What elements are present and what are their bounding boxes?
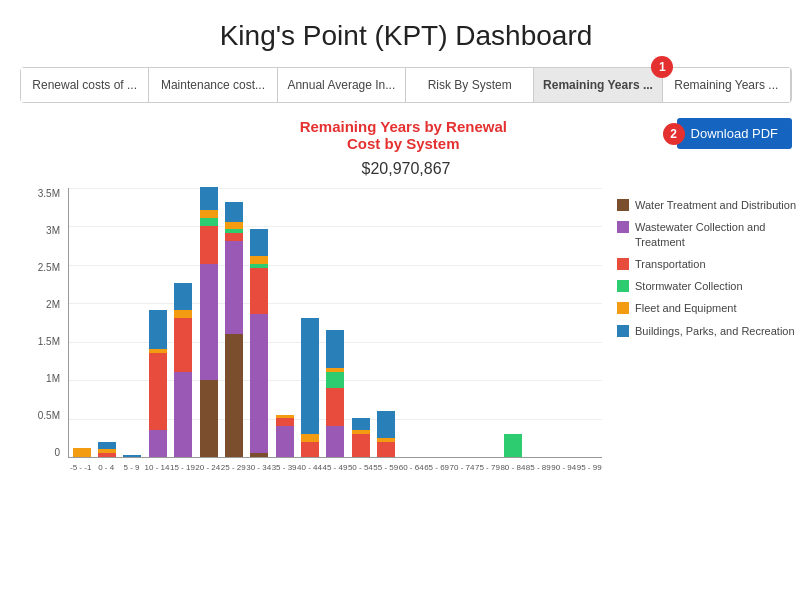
legend-color-box bbox=[617, 199, 629, 211]
bar-stack bbox=[250, 229, 268, 457]
chart-area: 3.5M3M2.5M2M1.5M1M0.5M0 -5 - -10 - 45 - … bbox=[0, 188, 812, 488]
y-label: 1.5M bbox=[38, 336, 60, 347]
bar-segment-bp bbox=[123, 455, 141, 457]
bar-group bbox=[577, 188, 602, 457]
legend-label: Transportation bbox=[635, 257, 706, 271]
bar-stack bbox=[149, 310, 167, 457]
bar-group bbox=[247, 188, 272, 457]
bar-group bbox=[69, 188, 94, 457]
legend-label: Fleet and Equipment bbox=[635, 301, 737, 315]
y-label: 3.5M bbox=[38, 188, 60, 199]
x-labels: -5 - -10 - 45 - 910 - 1415 - 1920 - 2425… bbox=[68, 460, 602, 488]
bar-segment-wt bbox=[225, 334, 243, 457]
chart-header: Remaining Years by Renewal Cost by Syste… bbox=[0, 113, 812, 152]
bar-stack bbox=[225, 202, 243, 457]
bar-segment-bp bbox=[352, 418, 370, 430]
download-pdf-button[interactable]: Download PDF bbox=[677, 118, 792, 149]
tab-annual[interactable]: Annual Average In... bbox=[278, 68, 406, 102]
tab-remaining2[interactable]: Remaining Years ... bbox=[663, 68, 791, 102]
bar-group bbox=[297, 188, 322, 457]
x-label: 20 - 24 bbox=[195, 460, 220, 488]
bar-group bbox=[348, 188, 373, 457]
bar-segment-bp bbox=[149, 310, 167, 349]
legend-color-box bbox=[617, 302, 629, 314]
y-label: 0 bbox=[54, 447, 60, 458]
bar-segment-bp bbox=[174, 283, 192, 310]
tab-risk[interactable]: Risk By System bbox=[406, 68, 534, 102]
chart-main: 3.5M3M2.5M2M1.5M1M0.5M0 -5 - -10 - 45 - … bbox=[20, 188, 602, 488]
bar-segment-fl bbox=[73, 448, 91, 457]
bar-segment-bp bbox=[326, 330, 344, 369]
x-label: 0 - 4 bbox=[93, 460, 118, 488]
bar-group bbox=[551, 188, 576, 457]
x-label: 55 - 59 bbox=[373, 460, 398, 488]
y-label: 2M bbox=[46, 299, 60, 310]
bar-segment-tr bbox=[377, 442, 395, 457]
bar-segment-ww bbox=[149, 430, 167, 457]
bar-group bbox=[450, 188, 475, 457]
x-label: -5 - -1 bbox=[68, 460, 93, 488]
bar-segment-ww bbox=[276, 426, 294, 457]
legend-item: Transportation bbox=[617, 257, 802, 271]
bar-group bbox=[145, 188, 170, 457]
bar-segment-sc bbox=[326, 372, 344, 387]
x-label: 5 - 9 bbox=[119, 460, 144, 488]
bar-stack bbox=[200, 187, 218, 457]
x-label: 40 - 44 bbox=[297, 460, 322, 488]
tab-remaining1[interactable]: Remaining Years ... bbox=[534, 68, 662, 102]
bar-stack bbox=[326, 330, 344, 457]
bar-group bbox=[120, 188, 145, 457]
bar-segment-tr bbox=[174, 318, 192, 372]
y-label: 1M bbox=[46, 373, 60, 384]
tab-maintenance[interactable]: Maintenance cost... bbox=[149, 68, 277, 102]
bar-segment-tr bbox=[225, 233, 243, 241]
legend-label: Stormwater Collection bbox=[635, 279, 743, 293]
bar-segment-bp bbox=[225, 202, 243, 221]
bar-stack bbox=[301, 318, 319, 457]
bar-group bbox=[272, 188, 297, 457]
x-label: 95 - 99 bbox=[576, 460, 601, 488]
bar-stack bbox=[504, 434, 522, 457]
x-label: 90 - 94 bbox=[551, 460, 576, 488]
legend-item: Stormwater Collection bbox=[617, 279, 802, 293]
bar-group bbox=[221, 188, 246, 457]
bar-group bbox=[171, 188, 196, 457]
bar-stack bbox=[123, 455, 141, 457]
bar-stack bbox=[377, 411, 395, 457]
x-label: 60 - 64 bbox=[398, 460, 423, 488]
bar-group bbox=[424, 188, 449, 457]
bar-segment-bp bbox=[377, 411, 395, 438]
x-label: 85 - 89 bbox=[526, 460, 551, 488]
bar-segment-fl bbox=[174, 310, 192, 318]
x-label: 30 - 34 bbox=[246, 460, 271, 488]
legend-color-box bbox=[617, 258, 629, 270]
bar-stack bbox=[174, 283, 192, 457]
bar-stack bbox=[276, 415, 294, 457]
bar-segment-ww bbox=[250, 314, 268, 453]
bar-segment-tr bbox=[326, 388, 344, 427]
tab-renewal[interactable]: Renewal costs of ... bbox=[21, 68, 149, 102]
legend-item: Buildings, Parks, and Recreation bbox=[617, 324, 802, 338]
bar-group bbox=[475, 188, 500, 457]
x-label: 10 - 14 bbox=[144, 460, 169, 488]
bars-container bbox=[68, 188, 602, 458]
bar-segment-sc bbox=[504, 434, 522, 457]
bar-segment-fl bbox=[225, 222, 243, 230]
bar-segment-sc bbox=[200, 218, 218, 226]
y-label: 0.5M bbox=[38, 410, 60, 421]
bar-stack bbox=[73, 448, 91, 457]
x-label: 45 - 49 bbox=[322, 460, 347, 488]
bar-group bbox=[399, 188, 424, 457]
bar-segment-tr bbox=[149, 353, 167, 430]
total-cost: $20,970,867 bbox=[0, 160, 812, 178]
x-label: 35 - 39 bbox=[271, 460, 296, 488]
y-label: 3M bbox=[46, 225, 60, 236]
legend-label: Buildings, Parks, and Recreation bbox=[635, 324, 795, 338]
bar-segment-bp bbox=[250, 229, 268, 256]
bar-group bbox=[500, 188, 525, 457]
bar-segment-fl bbox=[250, 256, 268, 264]
bar-segment-tr bbox=[276, 418, 294, 426]
legend-label: Water Treatment and Distribution bbox=[635, 198, 796, 212]
bar-stack bbox=[98, 442, 116, 457]
x-label: 70 - 74 bbox=[449, 460, 474, 488]
